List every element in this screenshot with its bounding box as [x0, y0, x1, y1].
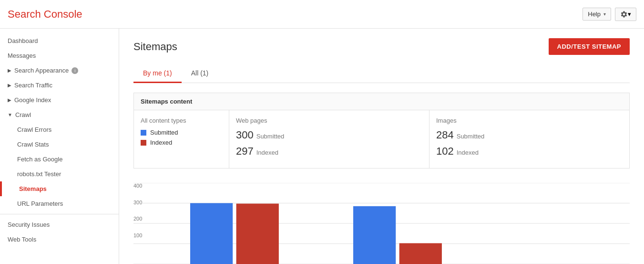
tab-all[interactable]: All (1): [182, 64, 218, 83]
sidebar: Dashboard Messages ▶ Search Appearance i…: [0, 29, 119, 264]
tabs: By me (1) All (1): [133, 64, 630, 83]
web-submitted-label: Submitted: [256, 133, 285, 140]
legend-indexed-label: Indexed: [150, 139, 172, 146]
info-icon: i: [72, 67, 78, 74]
legend-column: All content types Submitted Indexed: [134, 110, 229, 168]
web-indexed-label: Indexed: [256, 149, 278, 156]
arrow-down-icon: ▼: [8, 112, 12, 117]
web-submitted-stat: 300 Submitted: [236, 129, 422, 141]
images-submitted-label: Submitted: [457, 133, 485, 140]
sidebar-item-robots-txt[interactable]: robots.txt Tester: [0, 167, 119, 181]
chart-svg: [133, 183, 630, 264]
gear-icon: [620, 11, 628, 18]
images-submitted-count: 284: [436, 129, 454, 141]
web-submitted-count: 300: [236, 129, 254, 141]
sidebar-item-security-issues[interactable]: Security Issues: [0, 217, 119, 232]
legend-indexed: Indexed: [141, 139, 222, 146]
sidebar-item-sitemaps[interactable]: Sitemaps: [0, 181, 119, 196]
page-title: Sitemaps: [133, 41, 177, 53]
web-indexed-count: 297: [236, 145, 254, 158]
layout: Dashboard Messages ▶ Search Appearance i…: [0, 29, 644, 264]
sitemaps-content-header: Sitemaps content: [134, 93, 629, 110]
sidebar-item-google-index[interactable]: ▶ Google Index: [0, 93, 119, 107]
images-indexed-stat: 102 Indexed: [436, 145, 623, 158]
web-pages-title: Web pages: [236, 117, 422, 124]
web-pages-column: Web pages 300 Submitted 297 Indexed: [229, 110, 429, 168]
images-submitted-stat: 284 Submitted: [436, 129, 623, 141]
app-title: Search Console: [8, 8, 583, 21]
header: Search Console Help ▾ ▾: [0, 0, 644, 29]
legend-title: All content types: [141, 117, 222, 124]
sidebar-item-crawl-stats[interactable]: Crawl Stats: [0, 137, 119, 152]
indexed-color-swatch: [141, 140, 146, 146]
help-button[interactable]: Help ▾: [583, 8, 611, 21]
tab-by-me[interactable]: By me (1): [133, 64, 182, 83]
arrow-right-icon: ▶: [8, 68, 11, 73]
content-grid: All content types Submitted Indexed Web …: [134, 110, 629, 168]
legend-submitted: Submitted: [141, 129, 222, 136]
page-header: Sitemaps ADD/TEST SITEMAP: [133, 38, 630, 55]
settings-button[interactable]: ▾: [615, 8, 636, 21]
arrow-right-icon: ▶: [8, 83, 11, 88]
sidebar-item-crawl-errors[interactable]: Crawl Errors: [0, 122, 119, 137]
add-sitemap-button[interactable]: ADD/TEST SITEMAP: [549, 38, 630, 55]
chart-svg-container: Web Images: [133, 183, 630, 264]
web-indexed-stat: 297 Indexed: [236, 145, 422, 158]
images-indexed-label: Indexed: [457, 149, 479, 156]
help-label: Help: [588, 11, 601, 18]
bar-web-indexed: [236, 204, 279, 264]
bar-web-submitted: [190, 203, 233, 264]
arrow-right-icon: ▶: [8, 97, 11, 103]
sitemaps-content-box: Sitemaps content All content types Submi…: [133, 93, 630, 169]
images-indexed-count: 102: [436, 145, 454, 158]
chart-area: 400 300 200 100: [133, 178, 630, 264]
sidebar-item-fetch-as-google[interactable]: Fetch as Google: [0, 152, 119, 167]
sidebar-item-messages[interactable]: Messages: [0, 48, 119, 63]
sidebar-item-crawl[interactable]: ▼ Crawl: [0, 107, 119, 122]
sidebar-item-web-tools[interactable]: Web Tools: [0, 232, 119, 247]
images-column: Images 284 Submitted 102 Indexed: [429, 110, 629, 168]
settings-chevron-icon: ▾: [628, 11, 631, 18]
help-chevron-icon: ▾: [603, 11, 606, 17]
sidebar-item-url-parameters[interactable]: URL Parameters: [0, 196, 119, 211]
sidebar-item-search-traffic[interactable]: ▶ Search Traffic: [0, 78, 119, 93]
sidebar-item-search-appearance[interactable]: ▶ Search Appearance i: [0, 63, 119, 78]
bar-images-submitted: [353, 206, 396, 264]
main-content: Sitemaps ADD/TEST SITEMAP By me (1) All …: [119, 29, 644, 264]
bar-images-indexed: [399, 243, 442, 264]
legend-submitted-label: Submitted: [150, 129, 178, 136]
chart-wrapper: 400 300 200 100: [133, 183, 630, 264]
images-title: Images: [436, 117, 623, 124]
header-actions: Help ▾ ▾: [583, 8, 636, 21]
sidebar-divider: [0, 214, 119, 214]
sidebar-item-dashboard[interactable]: Dashboard: [0, 33, 119, 48]
submitted-color-swatch: [141, 130, 146, 136]
